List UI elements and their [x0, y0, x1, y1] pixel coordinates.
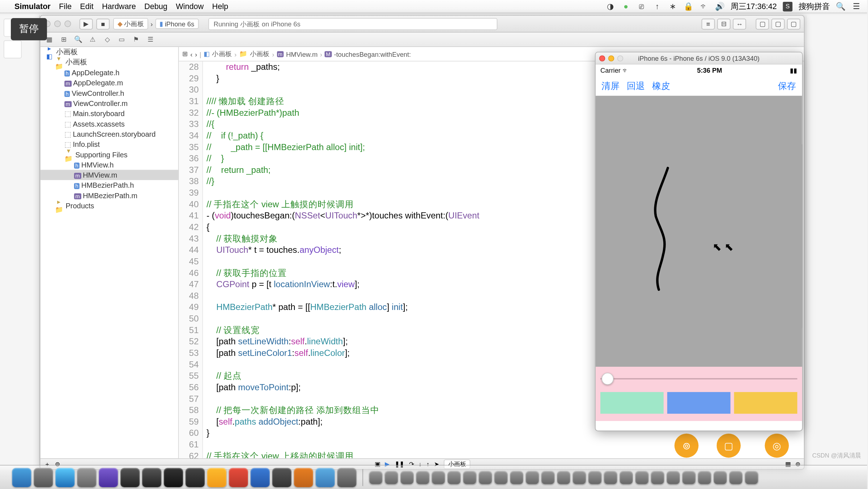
group-products[interactable]: Products	[65, 201, 94, 210]
dock-running[interactable]	[447, 471, 461, 484]
dock-launchpad[interactable]	[34, 468, 53, 487]
menu-debug[interactable]: Debug	[144, 2, 167, 11]
status-icon[interactable]: ◑	[605, 1, 615, 11]
dock-app[interactable]	[272, 468, 292, 487]
dock-running[interactable]	[416, 471, 430, 484]
jump-back-icon[interactable]: ⊞	[182, 50, 188, 58]
jump-back-button[interactable]: ‹	[190, 50, 192, 58]
drawing-canvas[interactable]: ⬉ ⬉	[596, 96, 802, 367]
file-main-storyboard[interactable]: Main.storyboard	[64, 109, 125, 118]
run-button[interactable]: ▶	[80, 18, 93, 29]
editor-version-button[interactable]: ↔	[733, 18, 746, 29]
toggle-navigator-button[interactable]: ▢	[756, 18, 769, 29]
menu-file[interactable]: File	[59, 2, 72, 11]
dock-sketch[interactable]	[207, 468, 226, 487]
volume-icon[interactable]: 🔊	[715, 1, 725, 11]
dock-running[interactable]	[604, 471, 617, 484]
notification-icon[interactable]: ☰	[851, 1, 861, 11]
scheme-destination[interactable]: ▮iPhone 6s	[155, 19, 199, 29]
mac-dock[interactable]	[0, 465, 867, 489]
nav-report-icon[interactable]: ☰	[146, 35, 155, 43]
dock-finder[interactable]	[12, 468, 31, 487]
dock-running[interactable]	[510, 471, 523, 484]
dock-running[interactable]	[479, 471, 492, 484]
menu-hardware[interactable]: Hardware	[102, 2, 136, 11]
dock-running[interactable]	[557, 471, 570, 484]
jump-fwd-button[interactable]: ›	[195, 50, 197, 58]
dock-running[interactable]	[682, 471, 695, 484]
nav-symbol-icon[interactable]: ⊞	[60, 35, 68, 43]
dock-app[interactable]	[77, 468, 96, 487]
nav-eraser-button[interactable]: 橡皮	[652, 80, 670, 92]
dock-running[interactable]	[714, 471, 727, 484]
file-appdelegate-h[interactable]: AppDelegate.h	[64, 68, 119, 77]
editor-standard-button[interactable]: ≡	[702, 18, 715, 29]
menu-window[interactable]: Window	[176, 2, 204, 11]
window-controls[interactable]	[44, 21, 71, 27]
file-hmview-m[interactable]: HMView.m	[74, 171, 117, 179]
dock-app[interactable]	[315, 468, 335, 487]
editor-assistant-button[interactable]: ⊟	[717, 18, 731, 29]
dock-app[interactable]	[142, 468, 161, 487]
dock-terminal[interactable]	[164, 468, 183, 487]
dock-running[interactable]	[667, 471, 680, 484]
toggle-utilities-button[interactable]: ▢	[787, 18, 800, 29]
ime-icon[interactable]: S	[783, 1, 793, 11]
dock-running[interactable]	[400, 471, 414, 484]
dock-running[interactable]	[369, 471, 383, 484]
file-viewcontroller-m[interactable]: ViewController.m	[64, 99, 128, 107]
dock-running[interactable]	[385, 471, 398, 484]
scheme-target[interactable]: ◆小画板	[113, 18, 148, 30]
dock-running[interactable]	[620, 471, 633, 484]
menu-edit[interactable]: Edit	[80, 2, 93, 11]
dock-app[interactable]	[294, 468, 313, 487]
project-navigator[interactable]: ▸ ◧小画板 ▾ 📁小画板 AppDelegate.h AppDelegate.…	[41, 47, 179, 458]
dock-app[interactable]	[120, 468, 140, 487]
color-swatch-blue[interactable]	[667, 392, 731, 414]
color-swatch-yellow[interactable]	[734, 392, 797, 414]
file-launchscreen[interactable]: LaunchScreen.storyboard	[64, 130, 156, 138]
color-swatch-green[interactable]	[600, 392, 664, 414]
nav-breakpoint-icon[interactable]: ⚑	[132, 35, 140, 43]
menu-help[interactable]: Help	[212, 2, 228, 11]
dock-app[interactable]	[337, 468, 356, 487]
file-hmbezier-h[interactable]: HMBezierPath.h	[74, 181, 134, 189]
group-support[interactable]: Supporting Files	[75, 150, 127, 158]
dock-app[interactable]	[229, 468, 248, 487]
file-appdelegate-m[interactable]: AppDelegate.m	[64, 78, 123, 87]
nav-undo-button[interactable]: 回退	[627, 80, 645, 92]
up-icon[interactable]: ↑	[652, 1, 662, 11]
lock-icon[interactable]: 🔒	[684, 1, 693, 11]
dock-running[interactable]	[573, 471, 586, 484]
group-main[interactable]: 小画板	[65, 57, 87, 67]
nav-find-icon[interactable]: 🔍	[74, 35, 82, 43]
file-viewcontroller-h[interactable]: ViewController.h	[64, 89, 124, 97]
wifi-icon[interactable]: ᯤ	[699, 1, 709, 11]
dock-running[interactable]	[729, 471, 743, 484]
file-hmbezier-m[interactable]: HMBezierPath.m	[74, 191, 137, 200]
file-assets[interactable]: Assets.xcassets	[64, 120, 125, 128]
nav-issue-icon[interactable]: ⚠	[89, 35, 97, 43]
dock-running[interactable]	[463, 471, 476, 484]
ime-label[interactable]: 搜狗拼音	[799, 1, 830, 12]
dock-running[interactable]	[494, 471, 508, 484]
nav-debug-icon[interactable]: ▭	[118, 35, 126, 43]
stop-button[interactable]: ■	[96, 18, 110, 29]
dock-app[interactable]	[186, 468, 205, 487]
dock-safari[interactable]	[55, 468, 75, 487]
sim-window-controls[interactable]	[599, 55, 624, 61]
dock-running[interactable]	[698, 471, 711, 484]
file-hmview-h[interactable]: HMView.h	[74, 161, 114, 169]
menubar-clock[interactable]: 周三17:36:42	[731, 1, 777, 12]
status-green-icon[interactable]: ●	[621, 1, 631, 11]
bluetooth-icon[interactable]: ∗	[668, 1, 678, 11]
nav-test-icon[interactable]: ◇	[103, 35, 111, 43]
dock-running[interactable]	[588, 471, 602, 484]
linewidth-slider[interactable]	[600, 371, 797, 386]
screen-icon[interactable]: ⎚	[637, 1, 647, 11]
dock-running[interactable]	[635, 471, 649, 484]
nav-save-button[interactable]: 保存	[778, 80, 796, 92]
dock-running[interactable]	[541, 471, 555, 484]
toggle-debug-button[interactable]: ▢	[771, 18, 785, 29]
dock-running[interactable]	[745, 471, 758, 484]
